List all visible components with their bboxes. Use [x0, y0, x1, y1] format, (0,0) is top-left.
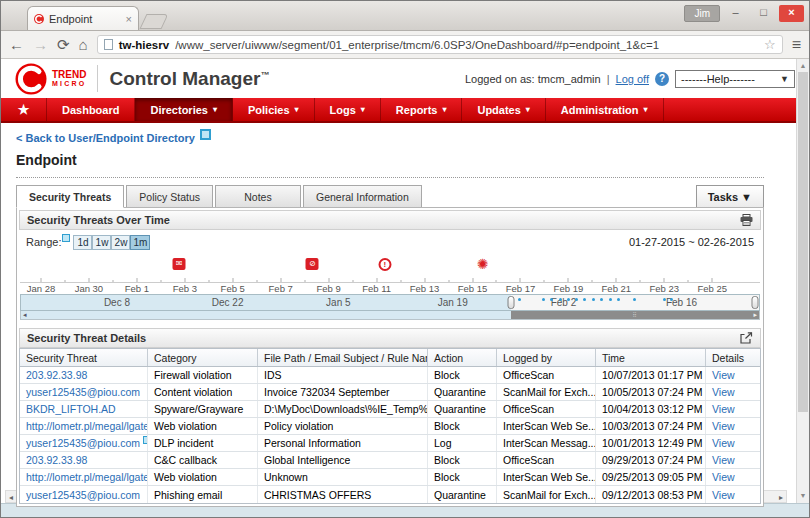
log-off-link[interactable]: Log off: [616, 73, 649, 85]
threat-link[interactable]: http://lometr.pl/megal/lgate.php...: [26, 420, 148, 432]
timeline-overview-slider[interactable]: Dec 8Dec 22Jan 5Jan 19Feb 2Feb 16: [20, 294, 760, 311]
maximize-button[interactable]: □: [751, 5, 776, 22]
axis-minor-tick: [64, 280, 65, 282]
axis-minor-tick: [640, 280, 641, 282]
axis-tick: [40, 278, 41, 282]
axis-label: Feb 1: [125, 283, 149, 294]
view-link[interactable]: View: [712, 471, 735, 483]
help-dropdown[interactable]: -------Help------- ▼: [675, 70, 795, 88]
print-icon[interactable]: [740, 214, 753, 226]
range-chip-icon: [62, 234, 70, 242]
help-icon[interactable]: ?: [655, 72, 669, 86]
scroll-left-arrow-icon[interactable]: ◂: [9, 492, 13, 503]
back-link[interactable]: < Back to User/Endpoint Directory: [16, 132, 195, 144]
category-cell: C&C callback: [148, 452, 258, 468]
nav-item-dashboard[interactable]: Dashboard: [47, 98, 135, 121]
view-link[interactable]: View: [712, 403, 735, 415]
scroll-right-arrow-icon[interactable]: ▸: [753, 311, 757, 319]
browser-tab-endpoint[interactable]: Endpoint ×: [27, 6, 139, 30]
vertical-scrollbar-thumb[interactable]: [798, 72, 808, 412]
scroll-down-arrow-icon[interactable]: ▼: [797, 490, 809, 502]
view-link[interactable]: View: [712, 454, 735, 466]
url-path: /www_server/uiwww/segment/01_enterprise/…: [175, 39, 758, 51]
tab-general-information[interactable]: General Information: [303, 185, 422, 208]
export-icon[interactable]: [740, 332, 753, 344]
scroll-up-arrow-icon[interactable]: ▲: [797, 60, 809, 72]
range-1d-button[interactable]: 1d: [73, 235, 92, 250]
column-header-time[interactable]: Time: [596, 349, 706, 366]
table-row: 203.92.33.98Firewall violationIDSBlockOf…: [20, 367, 760, 384]
nav-item-label: Reports: [396, 104, 438, 116]
nav-item-administration[interactable]: Administration▾: [546, 98, 664, 121]
virus-icon[interactable]: ✺: [477, 258, 489, 271]
tab-security-threats[interactable]: Security Threats: [16, 185, 124, 208]
bookmark-star-icon[interactable]: ☆: [764, 37, 776, 52]
timeline-scrollbar-thumb[interactable]: ⠿: [511, 311, 759, 319]
activity-dot: [575, 298, 578, 301]
path-cell: IDS: [258, 367, 428, 383]
range-2w-button[interactable]: 2w: [111, 235, 130, 250]
time-cell: 09/25/2013 09:05 PM: [596, 469, 706, 485]
new-tab-button[interactable]: [140, 14, 169, 29]
column-header-file-path-email-subject-rule-name[interactable]: File Path / Email Subject / Rule Name: [258, 349, 428, 366]
tab-close-icon[interactable]: ×: [126, 13, 132, 25]
threat-link[interactable]: yuser125435@piou.com: [26, 386, 140, 398]
trend-micro-favicon: [34, 14, 44, 24]
menu-icon[interactable]: ≡: [792, 36, 801, 54]
threat-link[interactable]: 203.92.33.98: [26, 369, 87, 381]
view-link[interactable]: View: [712, 386, 735, 398]
nav-item-logs[interactable]: Logs▾: [315, 98, 381, 121]
view-link[interactable]: View: [712, 437, 735, 449]
column-header-category[interactable]: Category: [148, 349, 258, 366]
view-link[interactable]: View: [712, 420, 735, 432]
threat-link[interactable]: BKDR_LIFTOH.AD: [26, 403, 116, 415]
view-link[interactable]: View: [712, 369, 735, 381]
slider-left-handle[interactable]: [508, 296, 515, 309]
threat-link[interactable]: http://lometr.pl/megal/lgate.php...: [26, 471, 148, 483]
axis-label: Feb 7: [269, 283, 293, 294]
range-1m-button[interactable]: 1m: [130, 235, 150, 250]
axis-minor-tick: [544, 280, 545, 282]
back-button[interactable]: ←: [9, 37, 24, 52]
tab-policy-status[interactable]: Policy Status: [126, 185, 213, 208]
home-button[interactable]: ⌂: [79, 37, 88, 52]
column-header-security-threat[interactable]: Security Threat: [20, 349, 148, 366]
blocked-program-icon[interactable]: ⊘: [306, 258, 319, 270]
nav-item-directories[interactable]: Directories▾: [135, 98, 233, 121]
nav-item-reports[interactable]: Reports▾: [381, 98, 463, 121]
nav-item-policies[interactable]: Policies▾: [233, 98, 315, 121]
axis-tick: [184, 278, 185, 282]
forward-button[interactable]: →: [33, 37, 48, 52]
tasks-button[interactable]: Tasks ▼: [696, 185, 764, 208]
timeline-scrollbar[interactable]: ◂⠿▸: [20, 311, 760, 320]
chevron-down-icon: ▼: [780, 74, 789, 84]
threat-details-table: Security ThreatCategoryFile Path / Email…: [19, 348, 761, 504]
nav-item-updates[interactable]: Updates▾: [462, 98, 545, 121]
range-1w-button[interactable]: 1w: [92, 235, 111, 250]
minimize-button[interactable]: –: [723, 5, 748, 22]
column-header-logged-by[interactable]: Logged by: [497, 349, 596, 366]
activity-dot: [670, 298, 673, 301]
vertical-scrollbar[interactable]: ▲ ▼: [796, 59, 809, 503]
profile-button[interactable]: Jim: [684, 5, 720, 22]
slider-right-handle[interactable]: [752, 296, 759, 309]
url-bar[interactable]: tw-hiesrv /www_server/uiwww/segment/01_e…: [97, 35, 783, 54]
phishing-icon[interactable]: ✉: [173, 258, 186, 270]
refresh-button[interactable]: ⟳: [57, 37, 70, 52]
threat-link[interactable]: yuser125435@piou.com: [26, 489, 140, 501]
favorites-star-button[interactable]: ★: [1, 98, 47, 121]
scroll-right-arrow-icon[interactable]: ▸: [779, 492, 783, 503]
alert-icon[interactable]: !: [378, 258, 391, 271]
threat-link[interactable]: 203.92.33.98: [26, 454, 87, 466]
time-cell: 10/07/2013 01:17 PM: [596, 367, 706, 383]
close-button[interactable]: ×: [779, 5, 804, 22]
tab-notes[interactable]: Notes: [215, 185, 301, 208]
scroll-left-arrow-icon[interactable]: ◂: [23, 311, 27, 319]
activity-dot: [600, 298, 603, 301]
table-row: yuser125435@piou.comPhishing emailCHRIST…: [20, 486, 760, 503]
overview-label: Jan 5: [326, 297, 350, 308]
column-header-action[interactable]: Action: [428, 349, 497, 366]
view-link[interactable]: View: [712, 489, 735, 501]
threat-link[interactable]: yuser125435@piou.com: [26, 437, 140, 449]
column-header-details[interactable]: Details: [706, 349, 760, 366]
